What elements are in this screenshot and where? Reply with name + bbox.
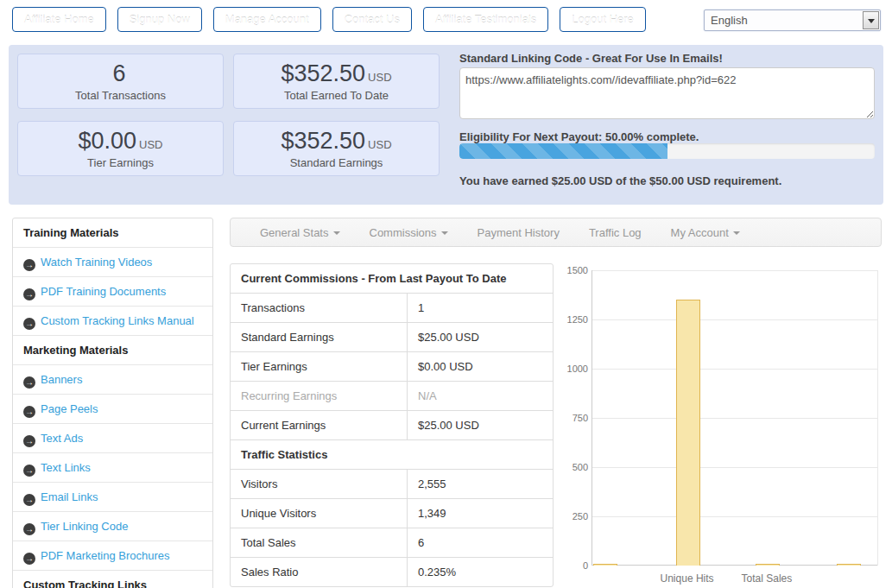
y-axis-tick-label: 1250 bbox=[562, 314, 588, 325]
y-axis-tick-label: 0 bbox=[562, 560, 588, 571]
circle-arrow-right-icon bbox=[23, 553, 35, 565]
sidebar-item-text-ads[interactable]: Text Ads bbox=[13, 423, 212, 452]
linking-code-title: Standard Linking Code - Great For Use In… bbox=[459, 52, 723, 65]
sidebar-menu: Training Materials Watch Training Videos… bbox=[12, 218, 213, 588]
x-axis-category-label: Total Sales bbox=[715, 572, 819, 585]
logout-button[interactable]: Logout Here bbox=[560, 7, 646, 32]
payout-progress-fill bbox=[459, 143, 667, 159]
row-value: 1 bbox=[408, 301, 424, 314]
stat-unit: USD bbox=[139, 138, 162, 151]
sidebar-item-watch-training-videos[interactable]: Watch Training Videos bbox=[13, 247, 212, 276]
language-select[interactable]: English bbox=[704, 9, 881, 31]
sidebar-item-page-peels[interactable]: Page Peels bbox=[13, 394, 212, 423]
linking-code-textarea[interactable]: https://www.affiliatelights.com//idevaff… bbox=[459, 67, 875, 119]
row-value: 6 bbox=[408, 536, 424, 549]
row-label: Transactions bbox=[231, 294, 408, 322]
tab-commissions[interactable]: Commissions bbox=[355, 226, 463, 239]
caret-down-icon bbox=[733, 231, 740, 235]
sidebar-item-label: Banners bbox=[41, 373, 82, 386]
sidebar-header-custom-tracking-links: Custom Tracking Links bbox=[13, 570, 212, 588]
sidebar-item-pdf-training-documents[interactable]: PDF Training Documents bbox=[13, 276, 212, 306]
stat-tier-earnings: $0.00USD Tier Earnings bbox=[17, 121, 224, 176]
stat-label: Total Earned To Date bbox=[234, 89, 439, 102]
tab-label: Commissions bbox=[370, 226, 437, 239]
payout-progress-bar bbox=[459, 143, 875, 159]
row-value: $0.00 USD bbox=[408, 360, 473, 373]
row-value: N/A bbox=[408, 389, 437, 402]
sidebar-item-banners[interactable]: Banners bbox=[13, 364, 212, 394]
circle-arrow-right-icon bbox=[23, 288, 35, 300]
table-row: Visitors2,555 bbox=[231, 469, 553, 498]
stat-total-earned: $352.50USD Total Earned To Date bbox=[233, 54, 440, 109]
circle-arrow-right-icon bbox=[23, 318, 35, 330]
tab-payment-history[interactable]: Payment History bbox=[463, 226, 574, 239]
row-value: $25.00 USD bbox=[408, 419, 479, 432]
sidebar-header-marketing-materials: Marketing Materials bbox=[13, 335, 212, 364]
circle-arrow-right-icon bbox=[23, 376, 35, 389]
table-row: Transactions1 bbox=[231, 293, 553, 322]
tab-label: My Account bbox=[671, 226, 729, 239]
tab-label: General Stats bbox=[260, 226, 329, 239]
sidebar-item-custom-tracking-links-manual[interactable]: Custom Tracking Links Manual bbox=[13, 306, 212, 335]
gridline bbox=[592, 467, 877, 468]
sidebar-item-tier-linking-code[interactable]: Tier Linking Code bbox=[13, 511, 212, 541]
main-tab-bar: General Stats Commissions Payment Histor… bbox=[230, 218, 882, 247]
chevron-down-icon[interactable] bbox=[863, 11, 879, 29]
stats-table: Current Commissions - From Last Payout T… bbox=[230, 263, 554, 587]
y-axis-tick-label: 1500 bbox=[562, 265, 588, 275]
stat-total-transactions: 6 Total Transactions bbox=[17, 54, 224, 109]
row-label: Visitors bbox=[231, 470, 408, 498]
y-axis-tick-label: 250 bbox=[562, 511, 588, 522]
gridline bbox=[592, 319, 877, 320]
contact-us-button[interactable]: Contact Us bbox=[332, 7, 412, 32]
tab-general-stats[interactable]: General Stats bbox=[245, 226, 355, 239]
table-section-header: Traffic Statistics bbox=[231, 439, 553, 469]
row-label: Sales Ratio bbox=[231, 558, 408, 586]
row-value: 1,349 bbox=[408, 507, 446, 520]
affiliate-home-button[interactable]: Affiliate Home bbox=[12, 7, 106, 32]
stat-unit: USD bbox=[368, 138, 391, 151]
stat-label: Standard Earnings bbox=[234, 156, 439, 169]
tab-my-account[interactable]: My Account bbox=[656, 226, 755, 239]
sidebar-item-label: Text Ads bbox=[41, 432, 83, 445]
sidebar-item-label: Text Links bbox=[41, 461, 91, 474]
signup-now-button[interactable]: Signup Now bbox=[117, 7, 202, 32]
stat-value: $352.50 bbox=[281, 60, 365, 86]
tab-traffic-log[interactable]: Traffic Log bbox=[574, 226, 656, 239]
sidebar-item-label: Email Links bbox=[41, 490, 98, 503]
chart-bar-unlabeled-0 bbox=[593, 564, 617, 566]
affiliate-testimonials-button[interactable]: Affiliate Testimonials bbox=[423, 7, 548, 32]
circle-arrow-right-icon bbox=[23, 435, 35, 447]
stat-value: 6 bbox=[112, 60, 125, 86]
row-value: $25.00 USD bbox=[408, 331, 479, 344]
row-label: Total Sales bbox=[231, 528, 408, 557]
row-label: Unique Visitors bbox=[231, 499, 408, 528]
chart-bar-unlabeled-3 bbox=[837, 564, 861, 566]
chart-bar-total-sales bbox=[756, 564, 780, 566]
sidebar-item-label: PDF Training Documents bbox=[41, 285, 166, 298]
caret-down-icon bbox=[441, 231, 448, 235]
table-section-header: Current Commissions - From Last Payout T… bbox=[231, 264, 553, 293]
table-row: Current Earnings$25.00 USD bbox=[231, 410, 553, 439]
circle-arrow-right-icon bbox=[23, 465, 35, 477]
sidebar-item-text-links[interactable]: Text Links bbox=[13, 452, 212, 482]
stat-unit: USD bbox=[368, 71, 391, 84]
caret-down-icon bbox=[333, 231, 340, 235]
row-label: Current Earnings bbox=[231, 411, 408, 439]
circle-arrow-right-icon bbox=[23, 523, 35, 535]
y-axis-tick-label: 750 bbox=[562, 413, 588, 423]
manage-account-button[interactable]: Manage Account bbox=[213, 7, 321, 32]
summary-band: 6 Total Transactions $352.50USD Total Ea… bbox=[9, 45, 883, 205]
payout-earned-note: You have earned $25.00 USD of the $50.00… bbox=[459, 174, 781, 187]
stat-standard-earnings: $352.50USD Standard Earnings bbox=[233, 121, 440, 176]
sidebar-item-email-links[interactable]: Email Links bbox=[13, 482, 212, 511]
tab-label: Payment History bbox=[478, 226, 560, 239]
tab-label: Traffic Log bbox=[589, 226, 642, 239]
sidebar-item-pdf-marketing-brochures[interactable]: PDF Marketing Brochures bbox=[13, 541, 212, 570]
gridline bbox=[592, 418, 877, 419]
row-label: Tier Earnings bbox=[231, 352, 408, 381]
y-axis-tick-label: 500 bbox=[562, 462, 588, 472]
table-row: Recurring EarningsN/A bbox=[231, 381, 553, 410]
row-value: 0.235% bbox=[408, 566, 456, 579]
sidebar-item-label: Page Peels bbox=[41, 402, 98, 415]
